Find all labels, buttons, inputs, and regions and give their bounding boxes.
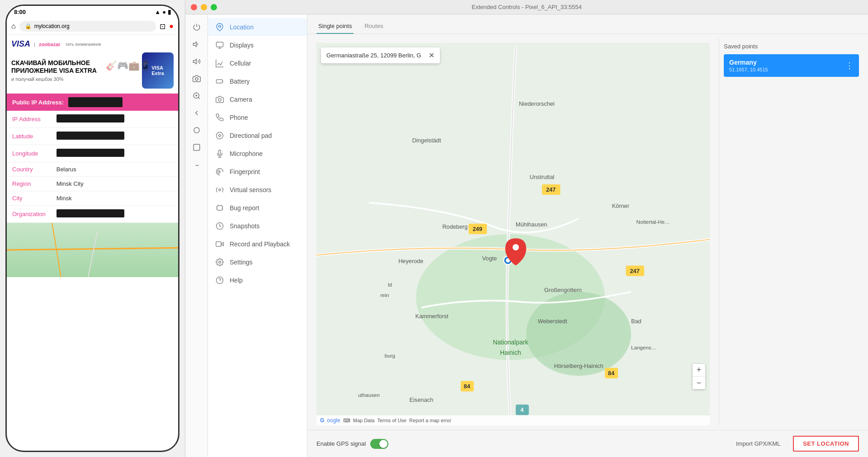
svg-text:ld: ld [388, 282, 392, 287]
svg-text:Kammerforst: Kammerforst [415, 313, 448, 320]
phone-map-svg [7, 223, 178, 277]
sidebar-item-bug-report[interactable]: Bug report [208, 199, 307, 217]
sidebar-item-displays[interactable]: Displays [208, 36, 307, 54]
map-search-box[interactable]: Germaniastraße 25, 12099 Berlin, G ✕ [321, 47, 440, 63]
window-maximize-button[interactable] [211, 4, 217, 10]
svg-line-2 [88, 232, 97, 277]
svg-text:rein: rein [380, 292, 389, 298]
sidebar-item-camera[interactable]: Camera [208, 90, 307, 108]
map-footer-left: G oogle ⌨ Map Data Terms of Use Report a… [320, 417, 451, 424]
import-gpx-kml-button[interactable]: Import GPX/KML [731, 437, 786, 451]
record-playback-icon [215, 240, 224, 249]
tab-routes[interactable]: Routes [363, 19, 385, 34]
keyboard-icon[interactable]: ⌨ [343, 418, 350, 424]
visa-logo: VISA | zoobazar сеть зоомагазинов [11, 39, 174, 49]
svg-text:Mühlhausen: Mühlhausen [516, 221, 547, 228]
table-row: Region Minsk City [7, 177, 178, 191]
sidebar-item-directional-pad[interactable]: Directional pad [208, 127, 307, 145]
saved-point-item[interactable]: Germany 51.1657, 10.4515 ⋮ [724, 54, 859, 77]
sidebar-item-help[interactable]: Help [208, 271, 307, 289]
sidebar-item-snapshots[interactable]: Snapshots [208, 217, 307, 235]
sidebar-item-label: Virtual sensors [230, 186, 271, 193]
sidebar-item-cellular[interactable]: Cellular [208, 54, 307, 72]
window-minimize-button[interactable] [201, 4, 207, 10]
gps-toggle-row: Enable GPS signal [316, 439, 388, 449]
svg-text:Niederorschel: Niederorschel [519, 100, 555, 107]
menu-icon[interactable]: ● [169, 22, 174, 30]
home-icon[interactable]: ⌂ [11, 22, 16, 30]
zoom-in-button[interactable]: + [693, 364, 705, 377]
saved-point-menu-button[interactable]: ⋮ [845, 61, 854, 71]
google-text: oogle [327, 417, 340, 424]
volume-down-button[interactable] [189, 36, 205, 52]
row-value-country: Belarus [51, 162, 178, 177]
svg-marker-5 [193, 59, 196, 64]
back-button[interactable] [189, 105, 205, 121]
map-container[interactable]: 247 249 247 84 84 [316, 43, 710, 425]
svg-point-70 [513, 244, 519, 250]
set-location-button[interactable]: SET LOCATION [793, 436, 859, 452]
svg-point-11 [194, 127, 199, 133]
svg-text:84: 84 [464, 383, 471, 390]
ip-section: Public IP Address: IP Address Latitude L… [7, 94, 178, 223]
sidebar-item-battery[interactable]: Battery [208, 72, 307, 90]
sidebar-item-settings[interactable]: Settings [208, 253, 307, 271]
saved-point-info: Germany 51.1657, 10.4515 [729, 59, 768, 72]
saved-points-panel: Saved points Germany 51.1657, 10.4515 ⋮ [719, 38, 863, 425]
tab-single-points[interactable]: Single points [316, 19, 354, 34]
tabs-icon[interactable]: ⊡ [160, 22, 165, 31]
gps-toggle[interactable] [370, 439, 388, 449]
map-close-button[interactable]: ✕ [429, 51, 434, 60]
report-error-link[interactable]: Report a map error [409, 418, 451, 423]
directional-pad-icon [215, 131, 224, 140]
phone-ad-banner: VISA | zoobazar сеть зоомагазинов СКАЧИВ… [7, 35, 178, 94]
power-button[interactable] [189, 19, 205, 35]
camera-nav-icon [215, 95, 224, 104]
row-label: Region [7, 177, 51, 191]
sidebar-item-location[interactable]: Location [208, 18, 307, 36]
more-button[interactable]: ··· [189, 156, 205, 173]
table-row: Country Belarus [7, 162, 178, 177]
terms-link[interactable]: Terms of Use [377, 418, 406, 423]
phone-panel: 8:00 ▲ ● ▮ ⌂ 🔒 mylocation.org ⊡ ● [0, 0, 185, 457]
svg-text:Nottertal-He…: Nottertal-He… [637, 219, 670, 225]
camera-button[interactable] [189, 71, 205, 87]
phone-time: 8:00 [14, 9, 26, 15]
table-row: Organization [7, 206, 178, 223]
zoom-out-button[interactable]: − [693, 377, 705, 389]
sidebar-item-phone[interactable]: Phone [208, 108, 307, 127]
table-row: City Minsk [7, 191, 178, 206]
volume-up-button[interactable] [189, 53, 205, 70]
zoom-button[interactable] [189, 88, 205, 104]
ip-value-hidden [68, 97, 123, 107]
row-value: Minsk City [51, 177, 178, 191]
decorative-icons: 🎸🎮💼📱 [106, 60, 151, 71]
zoobazar-logo: zoobazar [39, 42, 61, 47]
svg-text:247: 247 [630, 268, 639, 274]
row-value [51, 206, 178, 223]
svg-point-6 [195, 78, 198, 80]
svg-text:Nationalpark: Nationalpark [493, 339, 528, 346]
sidebar-item-virtual-sensors[interactable]: Virtual sensors [208, 181, 307, 199]
row-value [51, 128, 178, 145]
home-button[interactable] [189, 122, 205, 138]
svg-text:Bad: Bad [631, 318, 642, 325]
window-title-bar: Extended Controls - Pixel_6_API_33:5554 [185, 0, 868, 14]
sidebar-item-microphone[interactable]: Microphone [208, 145, 307, 163]
google-logo: G [320, 417, 324, 424]
url-text: mylocation.org [34, 23, 70, 29]
cellular-icon [215, 59, 224, 68]
svg-text:Unstruttal: Unstruttal [530, 174, 555, 180]
url-bar[interactable]: 🔒 mylocation.org [19, 21, 156, 32]
sidebar-item-fingerprint[interactable]: Fingerprint [208, 163, 307, 181]
phone-browser-bar: ⌂ 🔒 mylocation.org ⊡ ● [7, 18, 178, 35]
main-content-area: Single points Routes [307, 14, 868, 457]
map-data-link[interactable]: Map Data [353, 418, 375, 423]
svg-point-24 [219, 189, 221, 191]
svg-text:burg: burg [385, 353, 395, 358]
square-button[interactable] [189, 139, 205, 155]
microphone-icon [215, 149, 224, 158]
sidebar-item-label: Location [230, 24, 254, 31]
sidebar-item-record-playback[interactable]: Record and Playback [208, 235, 307, 253]
window-close-button[interactable] [191, 4, 197, 10]
